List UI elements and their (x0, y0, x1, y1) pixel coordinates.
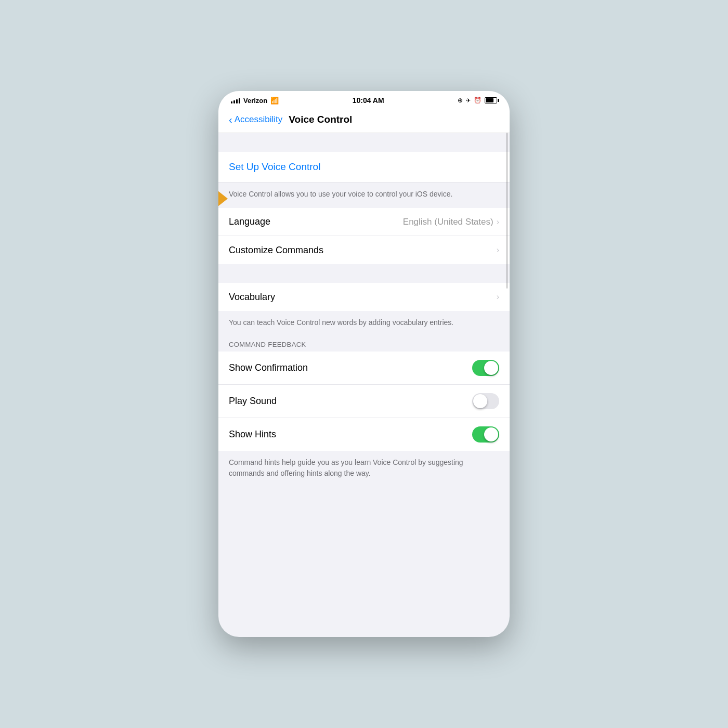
customize-commands-row[interactable]: Customize Commands › (218, 236, 510, 264)
setup-voice-control-label: Set Up Voice Control (229, 161, 320, 172)
vocabulary-description: You can teach Voice Control new words by… (218, 311, 510, 336)
top-spacer (218, 133, 510, 152)
language-value-container: English (United States) › (403, 217, 499, 227)
play-sound-toggle[interactable] (472, 393, 499, 409)
show-confirmation-label: Show Confirmation (229, 362, 308, 373)
middle-spacer (218, 264, 510, 283)
signal-bar-3 (236, 99, 238, 103)
carrier-label: Verizon (243, 97, 267, 105)
play-sound-label: Play Sound (229, 396, 277, 407)
arrow-head (218, 187, 228, 210)
status-right: ⊕ ✈ ⏰ (458, 97, 497, 104)
vocabulary-row[interactable]: Vocabulary › (218, 283, 510, 311)
command-hints-description: Command hints help guide you as you lear… (218, 451, 510, 487)
show-hints-label: Show Hints (229, 429, 276, 440)
vocabulary-chevron-icon: › (497, 292, 499, 302)
voice-control-description: Voice Control allows you to use your voi… (218, 183, 510, 208)
battery-icon (485, 97, 497, 103)
setup-voice-control-row[interactable]: Set Up Voice Control (218, 152, 510, 183)
show-confirmation-toggle[interactable] (472, 360, 499, 376)
vocabulary-group: Vocabulary › (218, 283, 510, 311)
language-group: Language English (United States) › Custo… (218, 208, 510, 264)
play-sound-row: Play Sound (218, 385, 510, 418)
content-area: Set Up Voice Control Voice Control allow… (218, 133, 510, 487)
time-display: 10:04 AM (353, 96, 384, 105)
show-hints-thumb (484, 427, 498, 441)
signal-bar-2 (233, 100, 235, 103)
language-chevron-icon: › (497, 217, 499, 227)
scrollbar[interactable] (506, 133, 508, 289)
command-feedback-group: Show Confirmation Play Sound Show Hints (218, 352, 510, 451)
battery-fill (486, 98, 493, 102)
customize-commands-chevron-icon: › (497, 245, 499, 255)
phone-frame: Verizon 📶 10:04 AM ⊕ ✈ ⏰ ‹ Accessibility… (218, 91, 510, 637)
language-value: English (United States) (403, 217, 493, 227)
customize-commands-label: Customize Commands (229, 245, 323, 256)
status-left: Verizon 📶 (231, 97, 279, 105)
page-title: Voice Control (289, 114, 352, 125)
navigation-icon: ✈ (466, 97, 471, 104)
vocabulary-label: Vocabulary (229, 292, 275, 303)
status-bar: Verizon 📶 10:04 AM ⊕ ✈ ⏰ (218, 91, 510, 108)
show-hints-toggle[interactable] (472, 426, 499, 443)
back-chevron-icon: ‹ (229, 114, 232, 125)
show-confirmation-row: Show Confirmation (218, 352, 510, 385)
back-button[interactable]: ‹ Accessibility (229, 114, 282, 125)
show-hints-row: Show Hints (218, 418, 510, 451)
show-confirmation-thumb (484, 361, 498, 375)
signal-bar-1 (231, 101, 232, 103)
language-label: Language (229, 216, 270, 227)
signal-bars (231, 97, 240, 103)
nav-bar: ‹ Accessibility Voice Control (218, 108, 510, 133)
play-sound-thumb (473, 394, 487, 408)
command-feedback-header: COMMAND FEEDBACK (218, 336, 510, 352)
language-row[interactable]: Language English (United States) › (218, 208, 510, 236)
alarm-icon: ⏰ (474, 97, 482, 104)
wifi-icon: 📶 (270, 97, 279, 105)
signal-bar-4 (239, 98, 240, 103)
back-label: Accessibility (235, 114, 283, 125)
arrow-indicator (218, 187, 228, 210)
location-icon: ⊕ (458, 97, 463, 104)
